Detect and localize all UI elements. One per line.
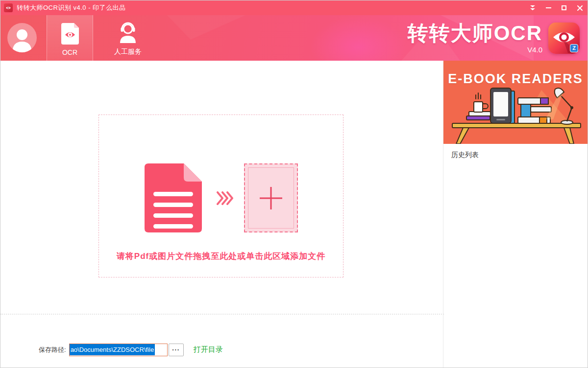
logo-title: 转转大师OCR <box>408 22 542 45</box>
triple-chevron-right-icon <box>217 191 233 205</box>
dashed-separator <box>0 314 444 315</box>
tab-label: OCR <box>62 48 77 56</box>
user-avatar[interactable] <box>7 23 37 52</box>
save-path-label: 保存路径: <box>39 345 66 354</box>
browse-button[interactable]: ··· <box>169 344 184 356</box>
header-decoration <box>167 15 245 40</box>
window-controls <box>525 0 588 15</box>
tab-customer-service[interactable]: 人工服务 <box>93 15 163 61</box>
close-button[interactable] <box>572 0 588 15</box>
minimize-button[interactable] <box>540 0 556 15</box>
logo-app-icon: Z <box>548 23 580 54</box>
plus-icon <box>257 184 285 212</box>
main-content: 请将Pdf或图片文件拖拽至此处或单击此区域添加文件 保存路径: ao\Docum… <box>0 61 443 368</box>
file-dropzone[interactable]: 请将Pdf或图片文件拖拽至此处或单击此区域添加文件 <box>98 115 343 277</box>
person-silhouette-icon <box>7 23 37 52</box>
save-path-bar: 保存路径: ao\Documents\ZZDSOCR\file ··· 打开目录 <box>0 331 444 368</box>
header: OCR 人工服务 转转大师OCR V4.0 <box>0 15 588 61</box>
maximize-icon <box>562 5 566 10</box>
window-title: 转转大师OCR识别 v4.0 - 印了么出品 <box>17 3 126 12</box>
save-path-selected-text: ao\Documents\ZZDSOCR\file <box>70 344 155 355</box>
open-directory-link[interactable]: 打开目录 <box>194 345 223 354</box>
close-icon <box>577 5 583 11</box>
eye-icon <box>5 5 11 11</box>
title-bar: 转转大师OCR识别 v4.0 - 印了么出品 <box>0 0 588 15</box>
add-file-box[interactable] <box>244 163 298 232</box>
tab-ocr[interactable]: OCR <box>47 15 93 61</box>
double-chevron-down-icon <box>529 5 536 11</box>
z-badge: Z <box>570 44 578 52</box>
skin-menu-button[interactable] <box>525 0 540 15</box>
brand-logo: 转转大师OCR V4.0 Z <box>408 15 580 61</box>
logo-version: V4.0 <box>408 46 542 54</box>
app-window: 转转大师OCR识别 v4.0 - 印了么出品 <box>0 0 588 368</box>
app-icon <box>4 3 13 12</box>
ocr-document-eye-icon <box>61 22 79 46</box>
save-path-input[interactable]: ao\Documents\ZZDSOCR\file <box>69 344 168 356</box>
tab-label: 人工服务 <box>114 47 142 56</box>
document-icon <box>145 163 202 232</box>
dropzone-hint: 请将Pdf或图片文件拖拽至此处或单击此区域添加文件 <box>99 251 343 262</box>
banner-title: E-BOOK READERS <box>443 71 588 87</box>
minimize-icon <box>546 7 551 8</box>
headset-person-icon <box>118 21 138 45</box>
ebook-banner[interactable]: E-BOOK READERS <box>443 61 588 144</box>
maximize-button[interactable] <box>556 0 572 15</box>
sidebar: E-BOOK READERS 历史列表 <box>443 61 588 368</box>
history-list-label: 历史列表 <box>443 144 588 160</box>
